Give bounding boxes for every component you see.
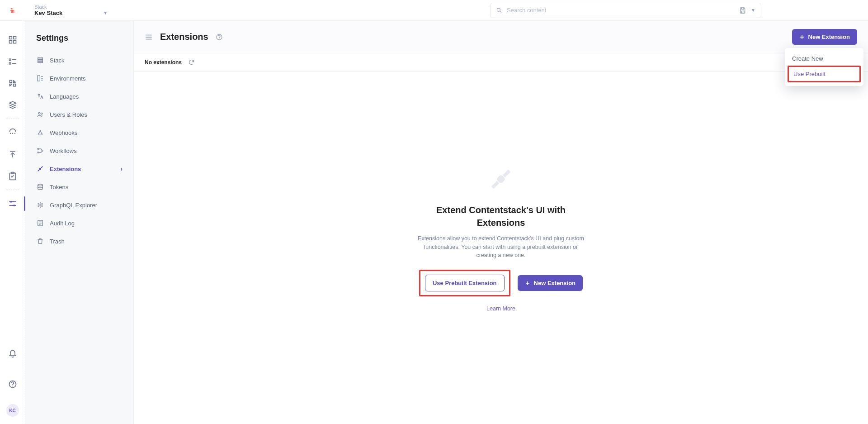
rail-item-notifications[interactable] (7, 348, 18, 359)
rail-item-publish-queue[interactable] (7, 127, 18, 138)
sidebar-item-label: Audit Log (50, 220, 75, 227)
stack-icon (36, 57, 44, 64)
menu-icon[interactable] (145, 33, 153, 41)
dropdown-item-create-new[interactable]: Create New (788, 52, 861, 66)
tokens-icon (36, 183, 44, 191)
dropdown-item-use-prebuilt[interactable]: Use Prebuilt (789, 67, 859, 81)
rail-item-tasks[interactable] (7, 171, 18, 181)
sidebar-item-users-roles[interactable]: Users & Roles (25, 105, 133, 124)
svg-rect-2 (9, 37, 12, 39)
page-title: Extensions (160, 32, 208, 42)
sidebar-item-graphql-explorer[interactable]: GraphQL Explorer (25, 196, 133, 214)
sidebar-item-stack[interactable]: Stack (25, 51, 133, 69)
users-icon (36, 111, 44, 118)
sidebar-item-extensions[interactable]: Extensions › (25, 160, 133, 178)
button-label: New Extension (808, 33, 850, 40)
plus-icon (799, 34, 805, 40)
environments-icon (36, 75, 44, 82)
help-icon[interactable] (216, 33, 223, 41)
rail-item-content-types[interactable] (7, 100, 18, 110)
new-extension-button-center[interactable]: New Extension (518, 275, 583, 291)
sidebar-item-environments[interactable]: Environments (25, 69, 133, 87)
chevron-right-icon: › (120, 165, 123, 172)
svg-point-10 (9, 133, 11, 134)
plug-icon (487, 166, 514, 193)
svg-rect-5 (13, 41, 16, 43)
svg-point-0 (497, 8, 500, 11)
webhooks-icon (36, 129, 44, 136)
rail-item-assets[interactable] (7, 78, 18, 89)
sidebar-item-label: Users & Roles (50, 111, 87, 118)
sidebar-item-workflows[interactable]: Workflows (25, 142, 133, 160)
stack-label: Stack (34, 5, 108, 10)
chevron-down-icon[interactable]: ▼ (751, 8, 755, 13)
svg-point-12 (14, 133, 15, 134)
sub-bar: No extensions (134, 53, 868, 71)
svg-point-37 (38, 184, 43, 186)
highlight-annotation: Use Prebuilt (788, 66, 861, 82)
sidebar-item-tokens[interactable]: Tokens (25, 178, 133, 196)
icon-rail: KC (0, 21, 25, 424)
svg-point-34 (38, 152, 39, 153)
svg-point-33 (38, 148, 39, 150)
workflows-icon (36, 147, 44, 154)
extensions-icon (36, 165, 44, 172)
svg-rect-3 (13, 37, 16, 39)
svg-rect-22 (38, 60, 43, 61)
svg-rect-6 (9, 59, 10, 60)
new-extension-dropdown: Create New Use Prebuilt (785, 48, 863, 86)
svg-rect-4 (9, 41, 12, 43)
sidebar-item-languages[interactable]: Languages (25, 87, 133, 105)
sidebar-item-label: Extensions (50, 166, 81, 172)
empty-body: Extensions allow you to extend Contentst… (415, 234, 587, 260)
rail-item-dashboard[interactable] (7, 34, 18, 45)
svg-point-35 (42, 150, 43, 152)
learn-more-link[interactable]: Learn More (486, 305, 515, 312)
search-content[interactable]: ▼ (490, 3, 761, 18)
sidebar-item-label: Trash (50, 238, 65, 245)
new-extension-button[interactable]: New Extension (792, 29, 857, 45)
svg-rect-36 (39, 168, 41, 170)
rail-item-help[interactable] (7, 379, 18, 390)
empty-state: Extend Contentstack's UI with Extensions… (134, 71, 868, 424)
sidebar-item-trash[interactable]: Trash (25, 232, 133, 250)
sidebar-item-label: Languages (50, 93, 79, 100)
sidebar-title: Settings (25, 33, 133, 51)
svg-point-11 (12, 133, 13, 134)
rail-item-releases[interactable] (7, 149, 18, 160)
user-avatar[interactable]: KC (6, 404, 19, 417)
sidebar-item-label: Workflows (50, 148, 77, 154)
app-logo (9, 5, 19, 15)
top-header: Stack Kev Stack ▼ ▼ (0, 0, 868, 21)
page-header: Extensions New Extension (134, 21, 868, 53)
rail-item-entries[interactable] (7, 56, 18, 67)
svg-rect-24 (38, 76, 40, 81)
svg-rect-16 (10, 201, 12, 202)
rail-item-settings[interactable] (7, 198, 18, 209)
sidebar-item-audit-log[interactable]: Audit Log (25, 214, 133, 232)
chevron-down-icon: ▼ (103, 10, 108, 15)
search-icon (496, 7, 502, 14)
sidebar-item-label: Tokens (50, 184, 68, 191)
button-label: New Extension (534, 280, 576, 286)
sidebar-item-webhooks[interactable]: Webhooks (25, 124, 133, 142)
trash-icon (36, 238, 44, 245)
svg-point-28 (38, 112, 40, 114)
stack-selector[interactable]: Stack Kev Stack ▼ (34, 5, 108, 16)
svg-rect-8 (9, 63, 10, 64)
stack-name: Kev Stack (34, 10, 62, 16)
languages-icon (36, 93, 44, 100)
use-prebuilt-extension-button[interactable]: Use Prebuilt Extension (425, 275, 505, 291)
main-content: Extensions New Extension Create New Use … (134, 21, 868, 424)
svg-point-52 (219, 38, 219, 38)
search-input[interactable] (507, 7, 735, 14)
svg-line-1 (500, 11, 501, 12)
reload-icon[interactable] (188, 59, 195, 66)
svg-point-20 (12, 386, 13, 386)
plus-icon (525, 281, 530, 286)
svg-rect-18 (13, 205, 14, 206)
sidebar-item-label: Stack (50, 57, 65, 64)
highlight-annotation: Use Prebuilt Extension (419, 270, 510, 296)
empty-heading: Extend Contentstack's UI with Extensions (415, 204, 587, 229)
save-icon[interactable] (739, 7, 746, 14)
